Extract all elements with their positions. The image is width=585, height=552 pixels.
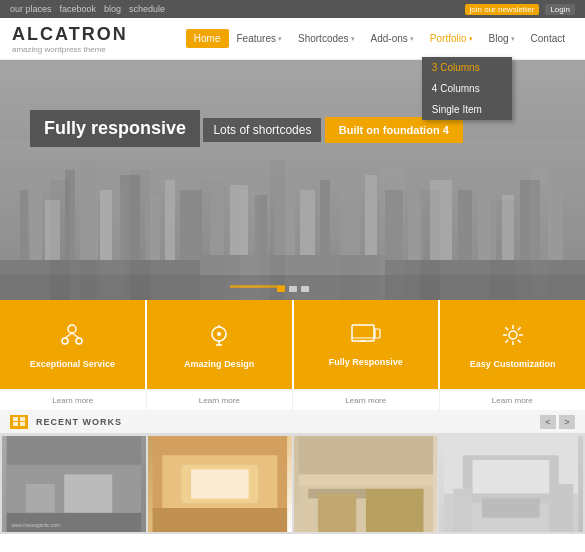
- learn-more-customization[interactable]: Learn more: [440, 390, 586, 410]
- svg-rect-50: [20, 422, 25, 426]
- portfolio-item-2[interactable]: [148, 436, 292, 532]
- svg-point-35: [76, 338, 82, 344]
- main-nav: Home Features ▾ Shortcodes ▾ Add-ons ▾ P…: [186, 29, 573, 48]
- design-icon: [207, 321, 231, 355]
- feature-responsive[interactable]: Fully Responsive: [294, 300, 441, 389]
- nav-label-home: Home: [194, 33, 221, 44]
- slider-dot-2[interactable]: [289, 286, 297, 292]
- feature-responsive-bold: Responsive: [352, 357, 403, 367]
- svg-rect-47: [13, 417, 18, 421]
- feature-responsive-plain: Fully: [329, 357, 353, 367]
- feature-customization[interactable]: Easy Customization: [440, 300, 585, 389]
- topbar-link-1[interactable]: our places: [10, 4, 52, 14]
- nav-label-contact: Contact: [531, 33, 565, 44]
- nav-label-features: Features: [237, 33, 276, 44]
- svg-point-34: [62, 338, 68, 344]
- slider-dot-1[interactable]: [277, 286, 285, 292]
- svg-rect-60: [191, 470, 249, 499]
- svg-point-33: [68, 325, 76, 333]
- svg-rect-72: [482, 498, 540, 517]
- chevron-down-icon: ▾: [278, 35, 282, 43]
- svg-point-45: [509, 331, 517, 339]
- recent-works-navigation: < >: [540, 415, 575, 429]
- learn-more-design[interactable]: Learn more: [147, 390, 294, 410]
- hero-slider-dots: [277, 286, 309, 292]
- chevron-down-icon: ▾: [351, 35, 355, 43]
- svg-rect-74: [550, 484, 574, 532]
- svg-rect-41: [352, 325, 374, 341]
- logo-title: ALCATRON: [12, 24, 128, 45]
- topbar-link-2[interactable]: facebook: [60, 4, 97, 14]
- recent-works-prev-button[interactable]: <: [540, 415, 556, 429]
- feature-service[interactable]: Exceptional Service: [0, 300, 147, 389]
- svg-line-37: [72, 333, 79, 338]
- nav-item-shortcodes[interactable]: Shortcodes ▾: [290, 29, 363, 48]
- nav-label-portfolio: Portfolio: [430, 33, 467, 44]
- nav-item-home[interactable]: Home: [186, 29, 229, 48]
- header: ALCATRON amazing wordpress theme Home Fe…: [0, 18, 585, 60]
- nav-item-blog[interactable]: Blog ▾: [481, 29, 523, 48]
- features-section: Exceptional Service Amazing Design F: [0, 300, 585, 390]
- dropdown-item-3col[interactable]: 3 Columns: [422, 57, 512, 78]
- nav-item-portfolio[interactable]: Portfolio ▾ 3 Columns 4 Columns Single I…: [422, 29, 481, 48]
- feature-customization-text: Easy Customization: [470, 359, 556, 369]
- responsive-icon: [351, 323, 381, 353]
- svg-rect-44: [375, 329, 380, 338]
- svg-rect-48: [20, 417, 25, 421]
- svg-rect-71: [473, 460, 550, 494]
- nav-label-blog: Blog: [489, 33, 509, 44]
- recent-works-title: RECENT WORKS: [36, 417, 532, 427]
- top-bar-actions: join our newsletter Login: [465, 4, 576, 15]
- hero-cta-button[interactable]: Built on foundation 4: [325, 117, 463, 143]
- portfolio-item-4[interactable]: [439, 436, 583, 532]
- nav-item-contact[interactable]: Contact: [523, 29, 573, 48]
- learn-more-service[interactable]: Learn more: [0, 390, 147, 410]
- nav-label-addons: Add-ons: [371, 33, 408, 44]
- login-button[interactable]: Login: [545, 4, 575, 15]
- topbar-link-3[interactable]: blog: [104, 4, 121, 14]
- portfolio-dropdown: 3 Columns 4 Columns Single Item: [422, 57, 512, 120]
- feature-custom-plain: Easy: [470, 359, 494, 369]
- feature-design[interactable]: Amazing Design: [147, 300, 294, 389]
- customization-icon: [499, 321, 527, 355]
- recent-works-next-button[interactable]: >: [559, 415, 575, 429]
- chevron-down-icon: ▾: [410, 35, 414, 43]
- portfolio-item-1[interactable]: www.messagecbc.com: [2, 436, 146, 532]
- svg-rect-65: [317, 494, 355, 532]
- portfolio-item-3[interactable]: [294, 436, 438, 532]
- nav-item-addons[interactable]: Add-ons ▾: [363, 29, 422, 48]
- hero-content: Fully responsive Lots of shortcodes Buil…: [30, 110, 463, 155]
- svg-line-36: [65, 333, 72, 338]
- svg-rect-61: [152, 508, 286, 532]
- feature-service-plain: Exceptional: [30, 359, 83, 369]
- feature-design-text: Amazing Design: [184, 359, 254, 369]
- feature-custom-bold: Customization: [493, 359, 555, 369]
- chevron-down-icon: ▾: [469, 35, 473, 43]
- learn-more-responsive[interactable]: Learn more: [293, 390, 440, 410]
- chevron-down-icon: ▾: [511, 35, 515, 43]
- dropdown-item-single[interactable]: Single Item: [422, 99, 512, 120]
- svg-rect-73: [454, 489, 473, 532]
- svg-text:www.messagecbc.com: www.messagecbc.com: [11, 523, 60, 528]
- feature-design-plain: Amazing: [184, 359, 224, 369]
- nav-label-shortcodes: Shortcodes: [298, 33, 349, 44]
- dropdown-item-4col[interactable]: 4 Columns: [422, 78, 512, 99]
- slider-dot-3[interactable]: [301, 286, 309, 292]
- recent-works-header: RECENT WORKS < >: [0, 410, 585, 434]
- hero-subtitle: Lots of shortcodes: [203, 118, 321, 142]
- top-bar-links: our places facebook blog schedule: [10, 4, 165, 14]
- top-bar: our places facebook blog schedule join o…: [0, 0, 585, 18]
- topbar-link-4[interactable]: schedule: [129, 4, 165, 14]
- portfolio-grid: www.messagecbc.com: [0, 434, 585, 534]
- recent-works-icon: [10, 415, 28, 429]
- svg-rect-49: [13, 422, 18, 426]
- features-learn-more-row: Learn more Learn more Learn more Learn m…: [0, 390, 585, 410]
- feature-responsive-text: Fully Responsive: [329, 357, 403, 367]
- nav-item-features[interactable]: Features ▾: [229, 29, 290, 48]
- svg-rect-67: [298, 474, 432, 486]
- logo: ALCATRON amazing wordpress theme: [12, 24, 128, 54]
- newsletter-button[interactable]: join our newsletter: [465, 4, 540, 15]
- feature-service-bold: Service: [83, 359, 115, 369]
- logo-subtitle: amazing wordpress theme: [12, 45, 128, 54]
- svg-rect-66: [365, 489, 423, 532]
